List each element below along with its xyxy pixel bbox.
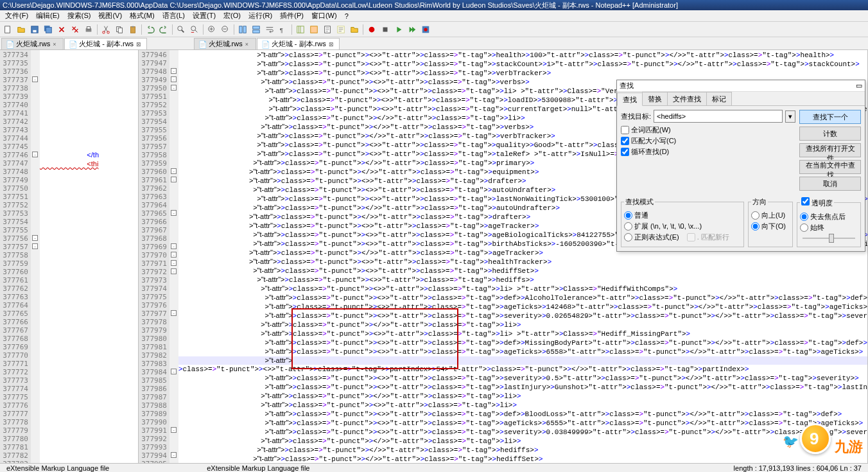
- line-gutter: 377946 377947 377948 377949 377950 37795…: [139, 50, 169, 463]
- transparency-slider[interactable]: [803, 238, 855, 239]
- new-file-icon[interactable]: [1, 23, 14, 36]
- document-tabs: 📄火炬城.rws× 📄火炬城 - 副本.rws⊠ 📄火炬城.rws× 📄火炬城 …: [0, 37, 868, 50]
- menu-item[interactable]: 文件(F): [1, 11, 32, 21]
- svg-point-26: [369, 26, 375, 32]
- tab-mark[interactable]: 标记: [706, 92, 732, 105]
- toolbar: ¶: [0, 22, 868, 37]
- stop-icon[interactable]: [379, 23, 392, 36]
- search-mode-group: 查找模式 普通 扩展 (\n, \r, \t, \0, \x...) 正则表达式…: [621, 197, 744, 247]
- tab-findfiles[interactable]: 文件查找: [667, 92, 707, 105]
- play-multi-icon[interactable]: [406, 23, 419, 36]
- status-lang-left: eXtensible Markup Language file: [3, 464, 113, 472]
- close-icon[interactable]: ×: [245, 41, 252, 48]
- fold-column[interactable]: ----: [31, 50, 40, 463]
- close-all-icon[interactable]: [69, 23, 82, 36]
- sync-h-icon[interactable]: [250, 23, 263, 36]
- chk-dot-newline: [687, 233, 695, 241]
- file-icon: 📄: [6, 40, 13, 48]
- menu-item[interactable]: 宏(O): [220, 11, 245, 21]
- menu-item[interactable]: 插件(P): [276, 11, 308, 21]
- trans-focus[interactable]: [800, 213, 808, 221]
- find-tabs: 查找 替换 文件查找 标记: [617, 92, 865, 106]
- save-icon[interactable]: [28, 23, 41, 36]
- close-icon[interactable]: ⊠: [136, 41, 143, 48]
- close-icon[interactable]: [55, 23, 68, 36]
- tab-right-2[interactable]: 📄火炬城 - 副本.rws⊠: [257, 38, 340, 49]
- tab-replace[interactable]: 替换: [642, 92, 668, 105]
- cut-icon[interactable]: [100, 23, 112, 36]
- tab-left-2[interactable]: 📄火炬城 - 副本.rws⊠: [64, 38, 147, 49]
- left-pane[interactable]: 377734 377735 377736 377737 377738 37773…: [0, 50, 139, 463]
- folder-icon[interactable]: [348, 23, 361, 36]
- pin-icon[interactable]: ▭: [856, 82, 862, 90]
- svg-rect-17: [239, 26, 242, 33]
- open-file-icon[interactable]: [15, 23, 28, 36]
- svg-point-14: [191, 26, 196, 30]
- close-icon[interactable]: ×: [53, 41, 59, 48]
- menu-item[interactable]: 格式(M): [126, 11, 159, 21]
- menu-item[interactable]: ?: [341, 12, 352, 20]
- btn-count[interactable]: 计数: [799, 127, 861, 141]
- sync-v-icon[interactable]: [236, 23, 249, 36]
- fold-column[interactable]: --------------: [169, 50, 178, 463]
- record-icon[interactable]: [365, 23, 378, 36]
- menu-item[interactable]: 窗口(W): [308, 11, 341, 21]
- menu-item[interactable]: 视图(V): [94, 11, 126, 21]
- find-dialog[interactable]: 查找 ▭ 查找 替换 文件查找 标记 查找目标: ▾ 全词匹配(W) 匹配大小写…: [616, 80, 865, 252]
- print-icon[interactable]: [82, 23, 95, 36]
- dir-down[interactable]: [751, 222, 759, 231]
- file-icon: 📄: [198, 40, 206, 48]
- svg-rect-4: [46, 27, 52, 33]
- menu-item[interactable]: 搜索(S): [64, 11, 95, 21]
- menu-item[interactable]: 语言(L): [159, 11, 189, 21]
- dialog-title-bar[interactable]: 查找 ▭: [617, 80, 865, 92]
- chk-match-case[interactable]: [621, 137, 629, 145]
- watermark-logo: 🐦 9 九游: [799, 421, 863, 459]
- redo-icon[interactable]: [157, 23, 170, 36]
- replace-icon[interactable]: [188, 23, 201, 36]
- btn-cancel[interactable]: 取消: [799, 177, 861, 191]
- chk-wrap[interactable]: [621, 148, 629, 156]
- trans-always[interactable]: [800, 223, 808, 232]
- zoom-out-icon[interactable]: [219, 23, 232, 36]
- find-icon[interactable]: [175, 23, 187, 36]
- code-view-left[interactable]: </th <thi: [40, 50, 138, 463]
- menu-item[interactable]: 编辑(E): [32, 11, 64, 21]
- save-macro-icon[interactable]: [419, 23, 432, 36]
- tab-right-1[interactable]: 📄火炬城.rws×: [194, 38, 256, 49]
- tab-left-1[interactable]: 📄火炬城.rws×: [1, 38, 64, 49]
- dir-up[interactable]: [751, 211, 759, 220]
- menu-item[interactable]: 运行(R): [245, 11, 276, 21]
- udl-icon[interactable]: [308, 23, 320, 36]
- dropdown-icon[interactable]: ▾: [785, 110, 795, 123]
- chk-transparency[interactable]: [801, 197, 810, 205]
- mode-normal[interactable]: [624, 211, 632, 220]
- menu-item[interactable]: 设置(T): [189, 11, 220, 21]
- hidden-chars-icon[interactable]: ¶: [277, 23, 290, 36]
- btn-find-all-open[interactable]: 查找所有打开文件: [799, 143, 861, 157]
- play-icon[interactable]: [392, 23, 405, 36]
- undo-icon[interactable]: [144, 23, 157, 36]
- svg-rect-23: [311, 26, 318, 33]
- doc-map-icon[interactable]: [321, 23, 334, 36]
- btn-find-next[interactable]: 查找下一个: [799, 110, 861, 124]
- chk-whole-word[interactable]: [621, 126, 629, 134]
- indent-guide-icon[interactable]: [294, 23, 307, 36]
- tab-find[interactable]: 查找: [617, 92, 643, 106]
- find-target-label: 查找目标:: [621, 112, 651, 121]
- title-bar: C:\Users\Dejago.WINDOWS-7JM6F8S.000\AppD…: [0, 0, 868, 10]
- mode-extended[interactable]: [624, 222, 632, 231]
- func-list-icon[interactable]: [334, 23, 347, 36]
- find-target-input[interactable]: [654, 110, 783, 123]
- save-all-icon[interactable]: [42, 23, 55, 36]
- status-lang-right: eXtensible Markup Language file: [203, 464, 313, 472]
- wrap-icon[interactable]: [263, 23, 276, 36]
- menu-bar[interactable]: 文件(F)编辑(E)搜索(S)视图(V)格式(M)语言(L)设置(T)宏(O)运…: [0, 10, 868, 22]
- paste-icon[interactable]: [126, 23, 139, 36]
- mode-regex[interactable]: [624, 233, 632, 241]
- btn-find-current[interactable]: 在当前文件中查找: [799, 160, 861, 174]
- zoom-in-icon[interactable]: [205, 23, 218, 36]
- close-icon[interactable]: ⊠: [329, 41, 335, 48]
- copy-icon[interactable]: [113, 23, 126, 36]
- svg-rect-0: [5, 26, 10, 33]
